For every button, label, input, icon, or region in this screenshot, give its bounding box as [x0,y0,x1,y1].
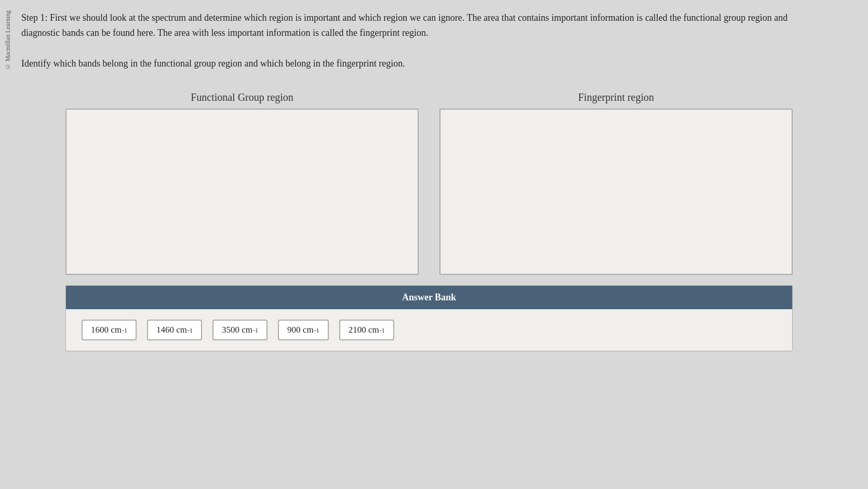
fingerprint-dropzone[interactable] [439,109,793,275]
fingerprint-wrapper: Fingerprint region [439,91,793,275]
answer-bank-header: Answer Bank [66,286,792,309]
functional-group-dropzone[interactable] [65,109,419,275]
functional-group-label: Functional Group region [191,91,293,103]
answer-bank-body: 1600 cm-11460 cm-13500 cm-1900 cm-12100 … [66,309,792,351]
answer-chip-1600[interactable]: 1600 cm-1 [82,320,137,340]
answer-chip-1460[interactable]: 1460 cm-1 [147,320,202,340]
answer-chip-900[interactable]: 900 cm-1 [278,320,329,340]
identify-instructions: Identify which bands belong in the funct… [21,56,837,71]
copyright-label: © Macmillan Learning [0,0,16,81]
fingerprint-label: Fingerprint region [578,91,654,103]
drop-zones-container: Functional Group region Fingerprint regi… [65,91,793,275]
answer-bank-container: Answer Bank 1600 cm-11460 cm-13500 cm-19… [65,285,793,351]
main-content: Step 1: First we should look at the spec… [16,0,868,372]
functional-group-wrapper: Functional Group region [65,91,419,275]
answer-chip-2100[interactable]: 2100 cm-1 [339,320,394,340]
step1-instructions: Step 1: First we should look at the spec… [21,10,826,41]
answer-chip-3500[interactable]: 3500 cm-1 [212,320,268,340]
